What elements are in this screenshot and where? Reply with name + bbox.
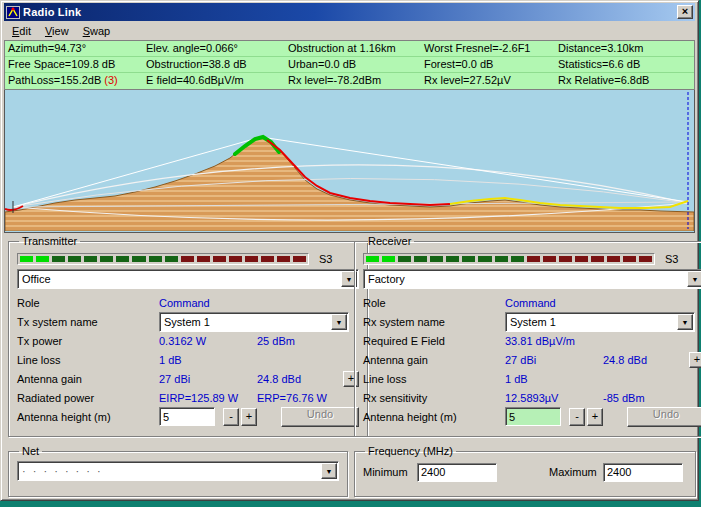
signal-segment [639, 256, 652, 262]
lower-panels: Transmitter S3 Office ▼ Role Command Tx … [4, 233, 695, 501]
info-free-space: Free Space=109.8 dB [5, 57, 143, 72]
net-legend: Net [19, 445, 42, 457]
tx-eirp-value: EIRP=125.89 W [159, 392, 257, 404]
signal-segment [293, 256, 306, 262]
signal-segment [591, 256, 604, 262]
rx-lineloss-row: Line loss 1 dB [363, 369, 701, 388]
info-obstruction-at: Obstruction at 1.16km [285, 41, 421, 56]
rx-height-label: Antenna height (m) [363, 411, 505, 423]
signal-segment [277, 256, 290, 262]
chevron-down-icon[interactable]: ▼ [677, 314, 693, 330]
frequency-legend: Frequency (MHz) [365, 445, 456, 457]
rx-sensitivity-dbm: -85 dBm [603, 392, 689, 404]
tx-gain-row: Antenna gain 27 dBi 24.8 dBd + [17, 369, 359, 388]
rx-undo-button[interactable]: Undo [627, 407, 701, 427]
info-forest-loss: Forest=0.0 dB [421, 57, 555, 72]
signal-segment [478, 256, 491, 262]
rx-efield-value: 33.81 dBµV/m [505, 335, 603, 347]
signal-segment [414, 256, 427, 262]
rx-height-input[interactable] [505, 407, 561, 426]
net-select[interactable]: · · · · · · · · ▼ [17, 461, 339, 481]
tx-lineloss-label: Line loss [17, 354, 159, 366]
tx-height-input[interactable] [159, 407, 215, 426]
signal-segment [149, 256, 162, 262]
menu-view[interactable]: View [38, 23, 76, 39]
signal-segment [543, 256, 556, 262]
signal-segment [607, 256, 620, 262]
rx-height-increase-button[interactable]: + [587, 408, 603, 426]
chevron-down-icon[interactable]: ▼ [321, 463, 337, 479]
tx-gain-dbi: 27 dBi [159, 373, 257, 385]
info-pathloss-note: (3) [104, 74, 117, 86]
rx-role-label: Role [363, 297, 505, 309]
window-title: Radio Link [23, 6, 677, 18]
rx-system-select[interactable]: System 1 ▼ [505, 312, 695, 332]
rx-signal-level: S3 [665, 253, 678, 265]
tx-role-label: Role [17, 297, 159, 309]
tx-height-increase-button[interactable]: + [241, 408, 257, 426]
tx-undo-button[interactable]: Undo [281, 407, 359, 427]
rx-unit-value: Factory [368, 273, 687, 285]
signal-segment [623, 256, 636, 262]
info-statistics-loss: Statistics=6.6 dB [555, 57, 694, 72]
rx-role-row: Role Command [363, 293, 701, 312]
signal-segment [261, 256, 274, 262]
net-value: · · · · · · · · [22, 465, 321, 477]
menu-edit[interactable]: Edit [5, 23, 38, 39]
menu-swap[interactable]: Swap [76, 23, 118, 39]
signal-segment [446, 256, 459, 262]
signal-segment [213, 256, 226, 262]
signal-segment [495, 256, 508, 262]
chevron-down-icon[interactable]: ▼ [331, 314, 347, 330]
net-group: Net · · · · · · · · ▼ [8, 445, 348, 497]
tx-system-select[interactable]: System 1 ▼ [159, 312, 349, 332]
info-pathloss-value: PathLoss=155.2dB [8, 74, 101, 86]
rx-sensitivity-label: Rx sensitivity [363, 392, 505, 404]
rx-gain-dbd: 24.8 dBd [603, 354, 689, 366]
tx-erp-value: ERP=76.76 W [257, 392, 343, 404]
titlebar[interactable]: Radio Link × [4, 3, 695, 21]
frequency-max-input[interactable] [603, 463, 683, 482]
info-azimuth: Azimuth=94.73° [5, 41, 143, 56]
chevron-down-icon[interactable]: ▼ [687, 271, 701, 287]
signal-segment [398, 256, 411, 262]
menubar: Edit View Swap [4, 21, 695, 40]
rx-gain-plus-button[interactable]: + [689, 352, 701, 368]
info-row-3: PathLoss=155.2dB (3) E field=40.6dBµV/m … [5, 73, 694, 89]
tx-signal-meter [17, 253, 309, 265]
frequency-min-input[interactable] [417, 463, 497, 482]
frequency-group: Frequency (MHz) Minimum Maximum [354, 445, 696, 497]
frequency-max-label: Maximum [549, 466, 603, 478]
tx-unit-select[interactable]: Office ▼ [17, 269, 359, 289]
tx-role-row: Role Command [17, 293, 359, 312]
signal-segment [132, 256, 145, 262]
tx-power-row: Tx power 0.3162 W 25 dBm [17, 331, 359, 350]
rx-system-value: System 1 [510, 316, 677, 328]
close-button[interactable]: × [677, 5, 693, 19]
tx-role-value: Command [159, 297, 257, 309]
tx-lineloss-value: 1 dB [159, 354, 257, 366]
tx-unit-value: Office [22, 273, 341, 285]
tx-power-watts: 0.3162 W [159, 335, 257, 347]
signal-segment [229, 256, 242, 262]
signal-segment [181, 256, 194, 262]
signal-segment [116, 256, 129, 262]
rx-efield-row: Required E Field 33.81 dBµV/m [363, 331, 701, 350]
signal-segment [20, 256, 33, 262]
signal-segment [245, 256, 258, 262]
rx-height-decrease-button[interactable]: - [569, 408, 585, 426]
tx-height-decrease-button[interactable]: - [223, 408, 239, 426]
signal-segment [559, 256, 572, 262]
tx-power-label: Tx power [17, 335, 159, 347]
rx-unit-select[interactable]: Factory ▼ [363, 269, 701, 289]
signal-segment [527, 256, 540, 262]
info-efield: E field=40.6dBµV/m [143, 73, 285, 89]
info-rx-level-uv: Rx level=27.52µV [421, 73, 555, 89]
tx-height-row: Antenna height (m) - + Undo [17, 407, 359, 426]
info-rx-level-dbm: Rx level=-78.2dBm [285, 73, 421, 89]
tx-system-value: System 1 [164, 316, 331, 328]
receiver-group: Receiver S3 Factory ▼ Role Command Rx sy… [354, 235, 701, 437]
rx-system-row: Rx system name System 1 ▼ [363, 312, 701, 331]
terrain-profile-chart[interactable] [4, 90, 695, 233]
tx-height-label: Antenna height (m) [17, 411, 159, 423]
